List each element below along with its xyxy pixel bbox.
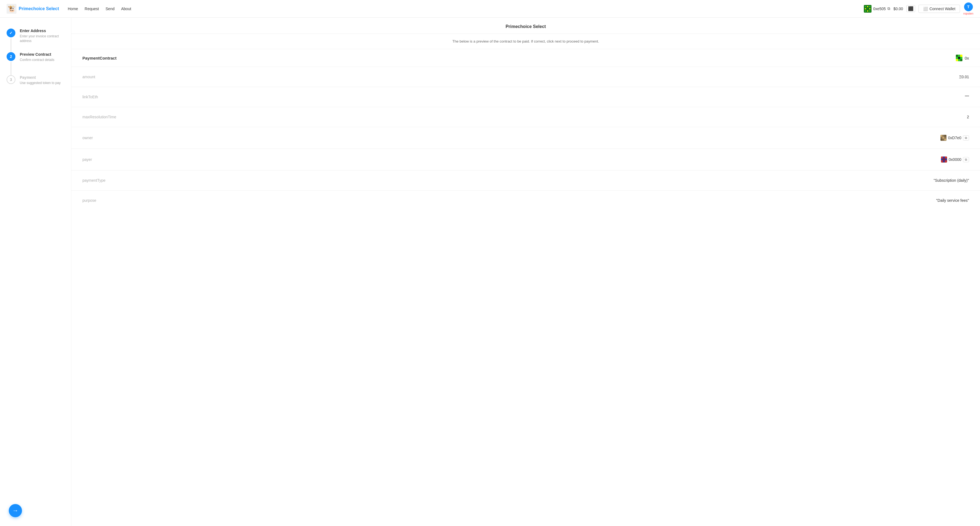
step-3-desc: Use suggested token to pay xyxy=(20,81,61,85)
svg-rect-33 xyxy=(941,156,943,158)
svg-rect-21 xyxy=(960,59,963,61)
svg-rect-25 xyxy=(944,135,946,137)
wallet-icon[interactable]: ⬛ xyxy=(907,5,915,12)
page-title: Primechoice Select xyxy=(72,17,980,34)
svg-rect-13 xyxy=(956,55,958,57)
field-value-linktoeth: """ xyxy=(965,95,969,99)
content-area: Primechoice Select The below is a previe… xyxy=(72,17,980,526)
svg-rect-41 xyxy=(945,161,947,162)
main-content: ✓ Enter Address Enter your invoice contr… xyxy=(0,17,980,526)
nav-links: Home Request Send About xyxy=(68,5,131,12)
preview-description: The below is a preview of the contract t… xyxy=(72,34,980,49)
contract-row-owner: owner 0xD7e0 ⧉ xyxy=(72,127,980,149)
contract-address-short: 0x xyxy=(965,56,969,60)
step-2-desc: Confirm contract details xyxy=(20,58,54,62)
contract-header-row: PaymentContract 0x xyxy=(72,49,980,67)
field-label-linktoeth: linkToEth xyxy=(83,95,98,99)
connect-wallet-button[interactable]: ⬜ Connect Wallet xyxy=(918,5,960,13)
contract-row-amount: amount Ξ0.01 xyxy=(72,67,980,87)
svg-rect-26 xyxy=(940,137,942,139)
field-label-purpose: purpose xyxy=(83,198,96,203)
step-1-content: Enter Address Enter your invoice contrac… xyxy=(20,29,65,52)
payer-identicon xyxy=(941,156,947,162)
svg-rect-10 xyxy=(867,10,868,11)
wallet-identicon xyxy=(864,5,872,13)
field-label-maxresolutiontime: maxResolutionTime xyxy=(83,115,116,119)
step-3: 3 Payment Use suggested token to pay xyxy=(6,75,65,94)
svg-rect-37 xyxy=(943,158,945,161)
svg-rect-6 xyxy=(865,8,866,10)
svg-rect-5 xyxy=(869,6,870,7)
field-value-paymenttype: "Subscription (daily)" xyxy=(934,178,969,183)
field-value-owner: 0xD7e0 ⧉ xyxy=(940,135,969,141)
user-avatar[interactable]: T xyxy=(964,2,973,11)
wallet-short-address: 0xe505 xyxy=(873,6,886,11)
svg-rect-11 xyxy=(869,10,870,11)
step-1-title: Enter Address xyxy=(20,29,65,33)
copy-payer-button[interactable]: ⧉ xyxy=(963,157,969,162)
svg-rect-27 xyxy=(942,137,944,139)
svg-rect-31 xyxy=(944,139,946,141)
contract-name: PaymentContract xyxy=(83,56,116,60)
svg-rect-36 xyxy=(941,158,943,161)
svg-rect-3 xyxy=(865,6,866,7)
contract-address-display: 0x xyxy=(956,55,969,61)
app-header: 🐮 Primechoice Select Home Request Send A… xyxy=(0,0,980,17)
svg-rect-30 xyxy=(942,139,944,141)
step-1-desc: Enter your invoice contract address xyxy=(20,34,65,43)
svg-rect-9 xyxy=(865,10,866,11)
contract-row-maxresolutiontime: maxResolutionTime 2 xyxy=(72,107,980,127)
logo-area[interactable]: 🐮 Primechoice Select xyxy=(6,4,59,14)
svg-rect-23 xyxy=(940,135,942,137)
svg-rect-34 xyxy=(943,156,945,158)
header-right: 0xe505 ⧉ $0.00 ⬛ ⬜ Connect Wallet T rops… xyxy=(864,2,974,15)
svg-rect-19 xyxy=(956,59,958,61)
step-2: 2 Preview Contract Confirm contract deta… xyxy=(6,52,65,75)
contract-identicon xyxy=(956,55,963,61)
fab-icon: → xyxy=(12,507,18,514)
svg-rect-15 xyxy=(960,55,963,57)
field-label-payer: payer xyxy=(83,157,92,162)
svg-rect-39 xyxy=(941,161,943,162)
network-label: ropsten xyxy=(963,12,974,15)
logo-text: Primechoice Select xyxy=(19,6,59,11)
payer-address: 0x0000 xyxy=(949,157,961,162)
amount-value: Ξ0.01 xyxy=(959,75,969,79)
field-label-owner: owner xyxy=(83,136,93,140)
svg-rect-16 xyxy=(956,57,958,59)
step-2-circle: 2 xyxy=(6,52,15,61)
user-area: T ropsten xyxy=(963,2,974,15)
nav-request[interactable]: Request xyxy=(84,5,99,12)
svg-rect-14 xyxy=(958,55,960,57)
field-value-payer: 0x0000 ⧉ xyxy=(941,156,969,162)
svg-rect-20 xyxy=(958,59,960,61)
svg-rect-35 xyxy=(945,156,947,158)
nav-about[interactable]: About xyxy=(121,5,131,12)
svg-rect-4 xyxy=(867,6,868,7)
contract-row-linktoeth: linkToEth """ xyxy=(72,87,980,107)
nav-send[interactable]: Send xyxy=(105,5,115,12)
svg-text:🐮: 🐮 xyxy=(8,5,16,13)
svg-rect-17 xyxy=(958,57,960,59)
svg-rect-8 xyxy=(869,8,870,10)
owner-identicon xyxy=(940,135,947,141)
step-3-circle: 3 xyxy=(6,75,15,84)
contract-row-paymenttype: paymentType "Subscription (daily)" xyxy=(72,170,980,191)
field-label-amount: amount xyxy=(83,75,95,79)
nav-home[interactable]: Home xyxy=(68,5,78,12)
step-2-title: Preview Contract xyxy=(20,52,54,57)
step-1-circle: ✓ xyxy=(6,29,15,37)
fab-next-button[interactable]: → xyxy=(9,504,22,517)
copy-owner-button[interactable]: ⧉ xyxy=(963,135,969,141)
svg-rect-7 xyxy=(867,8,868,10)
connect-wallet-label: Connect Wallet xyxy=(929,6,955,11)
wallet-balance: $0.00 xyxy=(894,6,903,11)
owner-address: 0xD7e0 xyxy=(948,136,961,140)
copy-address-icon[interactable]: ⧉ xyxy=(888,6,890,11)
connect-wallet-icon: ⬜ xyxy=(923,6,928,11)
field-value-amount: Ξ0.01 xyxy=(959,75,969,79)
svg-rect-28 xyxy=(944,137,946,139)
svg-rect-24 xyxy=(942,135,944,137)
field-value-maxresolutiontime: 2 xyxy=(967,115,969,119)
contract-row-purpose: purpose "Daily service fees" xyxy=(72,191,980,210)
